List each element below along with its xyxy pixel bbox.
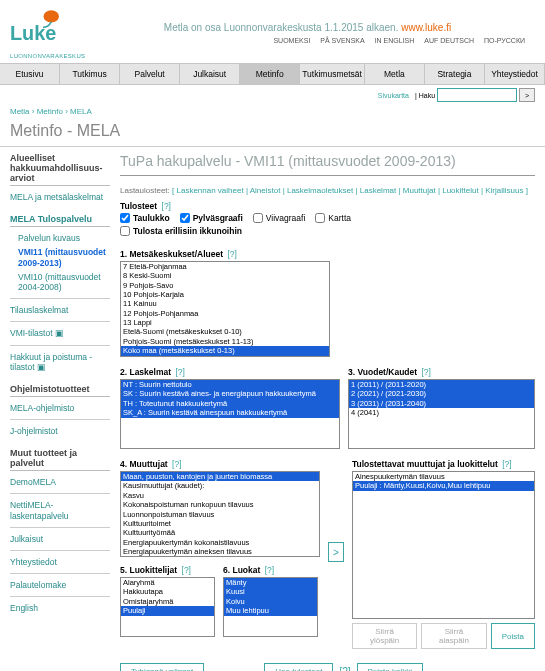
lang-en[interactable]: IN ENGLISH	[375, 37, 415, 44]
list-item[interactable]: Kulttuurityömää	[121, 528, 319, 537]
list-item[interactable]: Ainespuukoroisten energiapuukertymä	[121, 556, 319, 557]
list-item[interactable]: 9 Pohjois-Savo	[121, 281, 329, 290]
transfer-button[interactable]: >	[328, 542, 344, 562]
btn-hae[interactable]: Hae tulosteet	[264, 663, 333, 671]
list-alueet[interactable]: 5 Pirkanmaa6 Etelä-Savo7 Etelä-Pohjanmaa…	[120, 261, 330, 357]
list-item[interactable]: 10 Pohjois-Karjala	[121, 290, 329, 299]
list-kaudet[interactable]: 1 (2011) / (2011-2020)2 (2021) / (2021-2…	[348, 379, 535, 449]
list-item[interactable]: Omistajaryhmä	[121, 597, 214, 606]
tulosteet-help[interactable]: [?]	[162, 201, 171, 211]
sb-english[interactable]: English	[10, 601, 110, 615]
list-item[interactable]: Puulaji : Mänty,Kuusi,Koivu,Muu lehtipuu	[353, 481, 534, 490]
nav-julkaisut[interactable]: Julkaisut	[180, 64, 240, 84]
chk-pylvasgraafi[interactable]	[180, 213, 190, 223]
list-item[interactable]: 12 Pohjois-Pohjanmaa	[121, 309, 329, 318]
sb-nettimela[interactable]: NettiMELA-laskentapalvelu	[10, 498, 110, 522]
list-item[interactable]: Muu lehtipuu	[224, 606, 317, 615]
sec2-help[interactable]: [?]	[175, 367, 184, 377]
bc-metinfo[interactable]: Metinfo	[37, 107, 63, 116]
list-item[interactable]: Kasvu	[121, 491, 319, 500]
banner-link[interactable]: www.luke.fi	[401, 22, 451, 33]
sec4-help[interactable]: [?]	[172, 459, 181, 469]
sb-vmi-tilastot[interactable]: VMI-tilastot ▣	[10, 326, 110, 340]
sb-hakkuut[interactable]: Hakkuut ja poistuma -tilastot ▣	[10, 350, 110, 374]
sb-julkaisut[interactable]: Julkaisut	[10, 532, 110, 546]
sb-demomela[interactable]: DemoMELA	[10, 475, 110, 489]
list-item[interactable]: NT : Suurin nettotulo	[121, 380, 339, 389]
list-item[interactable]: Ainespuukertymän tilavuus	[353, 472, 534, 481]
list-item[interactable]: 7 Etelä-Pohjanmaa	[121, 262, 329, 271]
lang-fi[interactable]: SUOMEKSI	[273, 37, 310, 44]
list-muuttujat[interactable]: Maan, puuston, kantojen ja juurten bioma…	[120, 471, 320, 557]
tab-luokittelut[interactable]: Luokittelut	[442, 186, 478, 195]
btn-poista[interactable]: Poista	[491, 623, 535, 649]
sb-tilauslaskelmat[interactable]: Tilauslaskelmat	[10, 303, 110, 317]
list-item[interactable]: SK_A : Suurin kestävä ainespuun hakkuuke…	[121, 408, 339, 417]
list-item[interactable]: Alaryhmä	[121, 578, 214, 587]
list-item[interactable]: Energiapuukertymän kokonaistilavuus	[121, 538, 319, 547]
list-item[interactable]: Kulttuuritoimet	[121, 519, 319, 528]
hae-help[interactable]: [?]	[339, 666, 350, 671]
sec6-help[interactable]: [?]	[265, 565, 274, 575]
btn-siirra-alas[interactable]: Siirrä alaspäin	[421, 623, 487, 649]
tab-laskelmat[interactable]: Laskelmat	[360, 186, 396, 195]
bc-metla[interactable]: Metla	[10, 107, 30, 116]
tab-laskolet[interactable]: Laskelmaoletukset	[287, 186, 353, 195]
list-laskelmat[interactable]: NT : Suurin nettotuloSK : Suurin kestävä…	[120, 379, 340, 449]
btn-poista-kaikki[interactable]: Poista kaikki	[357, 663, 423, 671]
nav-strategia[interactable]: Strategia	[425, 64, 485, 84]
lang-sv[interactable]: PÅ SVENSKA	[320, 37, 364, 44]
btn-tyhjenna[interactable]: Tyhjennä valinnat	[120, 663, 204, 671]
sec3-help[interactable]: [?]	[421, 367, 430, 377]
tab-laskvaiheet[interactable]: Laskennan vaiheet	[176, 186, 243, 195]
nav-tutkimusmetsat[interactable]: Tutkimusmetsät	[300, 64, 365, 84]
sb-palvelun-kuvaus[interactable]: Palvelun kuvaus	[18, 231, 110, 245]
list-item[interactable]: Energiapuukertymän aineksen tilavuus	[121, 547, 319, 556]
list-item[interactable]: Pohjois-Suomi (metsäkeskukset 11-13)	[121, 337, 329, 346]
tab-muuttujat[interactable]: Muuttujat	[403, 186, 436, 195]
list-item[interactable]: Etelä-Suomi (metsäkeskukset 0-10)	[121, 327, 329, 336]
tab-kirjallisuus[interactable]: Kirjallisuus	[485, 186, 523, 195]
sb-yhteystiedot[interactable]: Yhteystiedot	[10, 555, 110, 569]
list-item[interactable]: 8 Keski-Suomi	[121, 271, 329, 280]
list-tulostettavat[interactable]: Ainespuukertymän tilavuus Puulaji : Mänt…	[352, 471, 535, 619]
sec5-help[interactable]: [?]	[182, 565, 191, 575]
nav-yhteystiedot[interactable]: Yhteystiedot	[485, 64, 545, 84]
list-item[interactable]: Puulaji	[121, 606, 214, 615]
list-item[interactable]: 3 (2031) / (2031-2040)	[349, 399, 534, 408]
list-item[interactable]: TH : Toteutunut hakkuukertymä	[121, 399, 339, 408]
list-item[interactable]: 2 (2021) / (2021-2030)	[349, 389, 534, 398]
sec7-help[interactable]: [?]	[502, 459, 511, 469]
nav-metla[interactable]: Metla	[365, 64, 425, 84]
list-item[interactable]: Koko maa (metsäkeskukset 0-13)	[121, 346, 329, 355]
sec1-help[interactable]: [?]	[227, 249, 236, 259]
list-item[interactable]: Kokonaispoistuman runkopuun tilavuus	[121, 500, 319, 509]
chk-viivagraafi[interactable]	[253, 213, 263, 223]
list-item[interactable]: Luonnonpoistuman tilavuus	[121, 510, 319, 519]
list-item[interactable]: Kuusi	[224, 587, 317, 596]
sivukartta-link[interactable]: Sivukartta	[378, 92, 409, 99]
list-item[interactable]: Maan, puuston, kantojen ja juurten bioma…	[121, 472, 319, 481]
list-item[interactable]: Hakkuutapa	[121, 587, 214, 596]
nav-palvelut[interactable]: Palvelut	[120, 64, 180, 84]
search-input[interactable]	[437, 88, 517, 102]
tab-aineistot[interactable]: Aineistot	[250, 186, 281, 195]
list-item[interactable]: Mänty	[224, 578, 317, 587]
sb-palautelomake[interactable]: Palautelomake	[10, 578, 110, 592]
list-luokat[interactable]: MäntyKuusiKoivuMuu lehtipuu	[223, 577, 318, 637]
chk-erillisiin[interactable]	[120, 226, 130, 236]
list-luokittelijat[interactable]: AlaryhmäHakkuutapaOmistajaryhmäPuulaji	[120, 577, 215, 637]
search-button[interactable]: >	[519, 88, 535, 102]
list-item[interactable]: Kausimuuttujat (kaudet):	[121, 481, 319, 490]
chk-kartta[interactable]	[315, 213, 325, 223]
list-item[interactable]: Koivu	[224, 597, 317, 606]
sb-j-ohjelmistot[interactable]: J-ohjelmistot	[10, 424, 110, 438]
sb-mela-ohjelmisto[interactable]: MELA-ohjelmisto	[10, 401, 110, 415]
list-item[interactable]: 11 Kainuu	[121, 299, 329, 308]
sb-vmi10[interactable]: VMI10 (mittausvuodet 2004-2008)	[18, 270, 110, 294]
nav-tutkimus[interactable]: Tutkimus	[60, 64, 120, 84]
lang-ru[interactable]: ПО-РУССКИ	[484, 37, 525, 44]
chk-taulukko[interactable]	[120, 213, 130, 223]
list-item[interactable]: 13 Lappi	[121, 318, 329, 327]
list-item[interactable]: 1 (2011) / (2011-2020)	[349, 380, 534, 389]
